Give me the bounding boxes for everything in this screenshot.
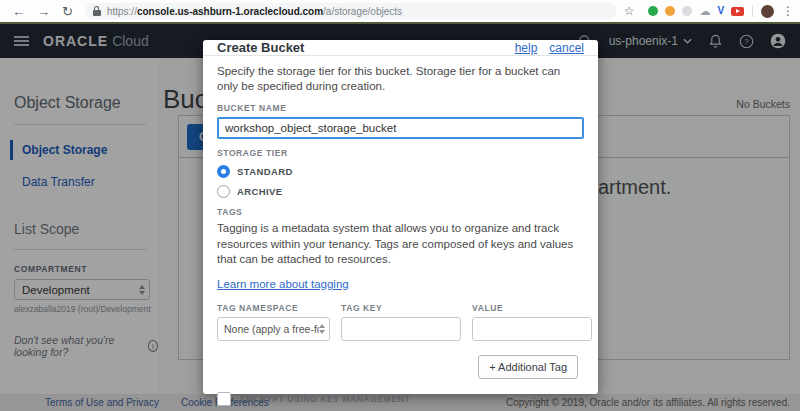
tags-label: TAGS	[217, 207, 584, 217]
tag-namespace-select[interactable]: None (apply a free-form ta	[217, 317, 330, 341]
browser-menu-icon[interactable]: ⋮	[782, 4, 794, 18]
tag-namespace-value: None (apply a free-form ta	[224, 323, 319, 335]
forward-icon[interactable]: →	[37, 5, 50, 18]
create-bucket-modal: Create Bucket help cancel Specify the st…	[203, 40, 598, 394]
extension-youtube-icon[interactable]	[731, 7, 744, 16]
extension-gray-icon[interactable]	[682, 6, 692, 16]
extension-cloud-icon[interactable]: ☁	[699, 6, 710, 17]
radio-unselected-icon	[217, 185, 230, 198]
tags-description: Tagging is a metadata system that allows…	[217, 221, 584, 267]
radio-standard[interactable]: STANDARD	[217, 165, 584, 178]
tag-key-input[interactable]	[341, 317, 461, 341]
toolbar-divider	[752, 5, 753, 17]
storage-tier-label: STORAGE TIER	[217, 148, 584, 158]
extension-orange-icon[interactable]	[665, 6, 675, 16]
radio-selected-icon	[217, 165, 230, 178]
modal-cancel-link[interactable]: cancel	[549, 41, 584, 55]
radio-standard-label: STANDARD	[237, 166, 293, 177]
radio-archive[interactable]: ARCHIVE	[217, 185, 584, 198]
browser-chrome: ← → ↻ https://console.us-ashburn-1.oracl…	[0, 0, 800, 22]
tag-key-label: TAG KEY	[341, 303, 461, 313]
extension-green-icon[interactable]	[648, 6, 658, 16]
bookmark-star-icon[interactable]: ☆	[624, 4, 635, 18]
tag-namespace-label: TAG NAMESPACE	[217, 303, 330, 313]
modal-help-link[interactable]: help	[515, 41, 538, 55]
browser-profile-avatar[interactable]	[761, 5, 774, 18]
radio-archive-label: ARCHIVE	[237, 186, 283, 197]
extension-v-icon[interactable]: V	[717, 6, 724, 16]
extension-toolbar: ☁ V	[648, 6, 744, 17]
learn-more-tagging-link[interactable]: Learn more about tagging	[217, 278, 349, 290]
encrypt-label: ENCRYPT USING KEY MANAGEMENT	[240, 394, 410, 404]
additional-tag-button[interactable]: + Additional Tag	[478, 355, 578, 379]
select-stepper-icon	[319, 324, 325, 334]
address-bar[interactable]: https://console.us-ashburn-1.oraclecloud…	[85, 3, 616, 19]
back-icon[interactable]: ←	[12, 5, 25, 18]
bucket-name-label: BUCKET NAME	[217, 103, 584, 113]
modal-intro-text: Specify the storage tier for this bucket…	[217, 64, 584, 94]
tag-value-label: VALUE	[472, 303, 592, 313]
encrypt-checkbox-row[interactable]: ENCRYPT USING KEY MANAGEMENT	[217, 392, 584, 406]
checkbox-unchecked-icon[interactable]	[217, 392, 231, 406]
refresh-icon[interactable]: ↻	[62, 5, 73, 18]
modal-title: Create Bucket	[217, 40, 304, 55]
lock-icon	[93, 6, 101, 16]
url-text: https://console.us-ashburn-1.oraclecloud…	[107, 6, 402, 17]
bucket-name-input[interactable]	[217, 117, 584, 139]
tag-value-input[interactable]	[472, 317, 592, 341]
